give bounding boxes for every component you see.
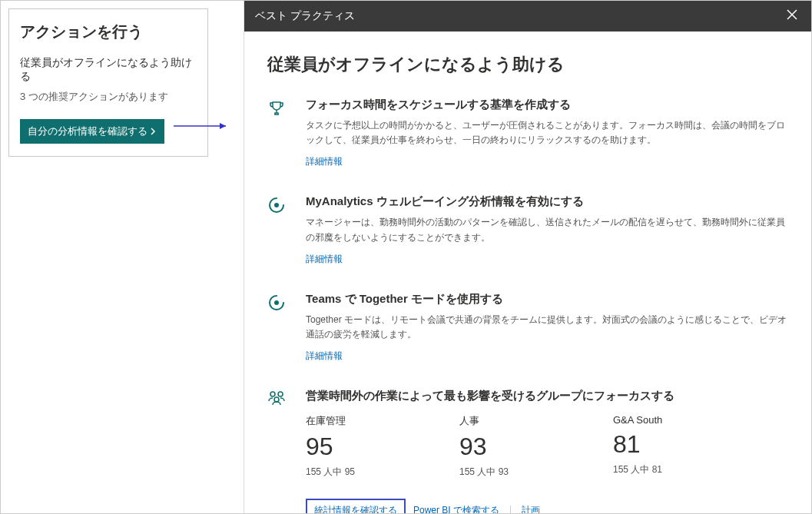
group-name: 人事 [459, 414, 582, 428]
action-card: アクションを行う 従業員がオフラインになるよう助ける 3 つの推奨アクションがあ… [8, 8, 208, 157]
groups-section: 営業時間外の作業によって最も影響を受けるグループにフォーカスする 在庫管理 95… [267, 389, 788, 513]
group-value: 95 [306, 433, 429, 461]
best-practices-panel: ベスト プラクティス 従業員がオフラインになるよう助ける フォーカス時間をスケジ… [244, 1, 811, 513]
practice-item: MyAnalytics ウェルビーイング分析情報を有効にする マネージャーは、勤… [267, 194, 788, 265]
trophy-icon [267, 98, 290, 168]
card-subtitle: 従業員がオフラインになるよう助ける [20, 56, 197, 84]
powerbi-link[interactable]: Power BI で検索する [406, 499, 507, 513]
group-item: 在庫管理 95 155 人中 95 [306, 414, 429, 479]
group-item: 人事 93 155 人中 93 [459, 414, 582, 479]
learn-more-link[interactable]: 詳細情報 [306, 254, 343, 264]
group-name: 在庫管理 [306, 414, 429, 428]
practice-desc: タスクに予想以上の時間がかかると、ユーザーが圧倒されることがあります。フォーカス… [306, 118, 788, 148]
stats-link[interactable]: 統計情報を確認する [306, 499, 406, 513]
panel-body: 従業員がオフラインになるよう助ける フォーカス時間をスケジュールする基準を作成す… [244, 32, 811, 513]
card-title: アクションを行う [20, 22, 197, 42]
cta-label: 自分の分析情報を確認する [28, 124, 147, 138]
people-icon [267, 389, 290, 513]
group-of: 155 人中 95 [306, 466, 429, 479]
svg-point-2 [274, 300, 279, 305]
see-insights-button[interactable]: 自分の分析情報を確認する [20, 119, 164, 144]
card-count: 3 つの推奨アクションがあります [20, 90, 197, 104]
plan-link[interactable]: 計画 [514, 499, 548, 513]
panel-main-title: 従業員がオフラインになるよう助ける [267, 53, 788, 76]
practice-item: フォーカス時間をスケジュールする基準を作成する タスクに予想以上の時間がかかると… [267, 98, 788, 168]
learn-more-link[interactable]: 詳細情報 [306, 350, 343, 361]
svg-point-5 [274, 397, 279, 402]
wellbeing-icon [267, 194, 290, 265]
learn-more-link[interactable]: 詳細情報 [306, 156, 343, 167]
svg-point-4 [278, 392, 283, 396]
action-links: 統計情報を確認する Power BI で検索する 計画 [306, 499, 788, 513]
svg-point-3 [270, 392, 275, 396]
divider [510, 506, 511, 513]
group-value: 93 [459, 433, 582, 461]
group-item: G&A South 81 155 人中 81 [613, 414, 736, 479]
group-name: G&A South [613, 414, 736, 426]
groups-row: 在庫管理 95 155 人中 95 人事 93 155 人中 93 G&A So… [306, 414, 788, 479]
chevron-right-icon [151, 126, 157, 138]
groups-title: 営業時間外の作業によって最も影響を受けるグループにフォーカスする [306, 389, 788, 403]
practice-desc: Together モードは、リモート会議で共通の背景をチームに提供します。対面式… [306, 313, 788, 342]
practice-desc: マネージャーは、勤務時間外の活動のパターンを確認し、送信されたメールの配信を遅ら… [306, 215, 788, 244]
group-of: 155 人中 93 [459, 466, 582, 479]
practice-title: フォーカス時間をスケジュールする基準を作成する [306, 98, 788, 112]
practice-title: Teams で Together モードを使用する [306, 292, 788, 307]
panel-header-title: ベスト プラクティス [255, 9, 355, 23]
panel-header: ベスト プラクティス [244, 1, 811, 32]
practice-item: Teams で Together モードを使用する Together モードは、… [267, 292, 788, 363]
group-value: 81 [613, 430, 736, 459]
group-of: 155 人中 81 [613, 463, 736, 476]
svg-point-1 [274, 203, 279, 207]
practice-title: MyAnalytics ウェルビーイング分析情報を有効にする [306, 194, 788, 209]
wellbeing-icon [267, 292, 290, 363]
close-icon[interactable] [784, 6, 800, 26]
